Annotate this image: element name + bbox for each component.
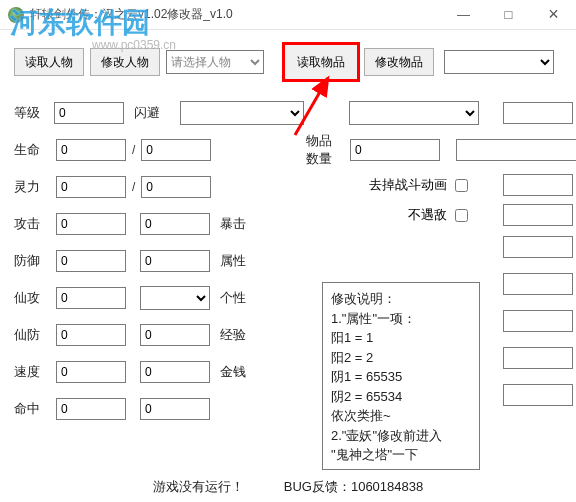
- read-character-button[interactable]: 读取人物: [14, 48, 84, 76]
- close-button[interactable]: ×: [531, 0, 576, 29]
- imdef-label: 仙防: [14, 326, 56, 344]
- r-hp-input[interactable]: [456, 139, 576, 161]
- acc2-input[interactable]: [140, 398, 210, 420]
- atk2-input[interactable]: [140, 213, 210, 235]
- spd2-input[interactable]: [140, 361, 210, 383]
- level-label: 等级: [14, 104, 54, 122]
- title-bar: 轩辕剑外传：汉之云v1.02修改器_v1.0 — □ ×: [0, 0, 576, 30]
- mp-label: 灵力: [14, 178, 56, 196]
- game-status: 游戏没有运行！: [153, 478, 244, 496]
- imatk2-select[interactable]: [140, 286, 210, 310]
- minimize-button[interactable]: —: [441, 0, 486, 29]
- app-icon: [8, 7, 24, 23]
- exp-label: 经验: [220, 326, 262, 344]
- atk-label: 攻击: [14, 215, 56, 233]
- r-imatk-input[interactable]: [503, 273, 573, 295]
- level-input[interactable]: [54, 102, 124, 124]
- mp-cur-input[interactable]: [56, 176, 126, 198]
- r-spd-input[interactable]: [503, 347, 573, 369]
- imatk1-input[interactable]: [56, 287, 126, 309]
- no-encounter-check-label[interactable]: 不遇敌: [408, 206, 471, 225]
- hp-label: 生命: [14, 141, 56, 159]
- read-item-button[interactable]: 读取物品: [284, 44, 358, 80]
- no-encounter-checkbox[interactable]: [455, 209, 468, 222]
- item-qty-label: 物品数量: [306, 132, 340, 168]
- def1-input[interactable]: [56, 250, 126, 272]
- mp-max-input[interactable]: [141, 176, 211, 198]
- r-imdef-input[interactable]: [503, 310, 573, 332]
- item-select[interactable]: [444, 50, 554, 74]
- imatk-label: 仙攻: [14, 289, 56, 307]
- r-def-input[interactable]: [503, 236, 573, 258]
- acc-label: 命中: [14, 400, 56, 418]
- r-atk-input[interactable]: [503, 204, 573, 226]
- crit-label: 暴击: [220, 215, 262, 233]
- r-acc-input[interactable]: [503, 384, 573, 406]
- imdef2-input[interactable]: [140, 324, 210, 346]
- gold-label: 金钱: [220, 363, 262, 381]
- hp-cur-input[interactable]: [56, 139, 126, 161]
- imdef1-input[interactable]: [56, 324, 126, 346]
- slash: /: [132, 180, 135, 194]
- dodge-select[interactable]: [180, 101, 304, 125]
- acc1-input[interactable]: [56, 398, 126, 420]
- modify-item-button[interactable]: 修改物品: [364, 48, 434, 76]
- dodge-select-r[interactable]: [349, 101, 479, 125]
- hp-max-input[interactable]: [141, 139, 211, 161]
- disable-anim-checkbox[interactable]: [455, 179, 468, 192]
- slash: /: [132, 143, 135, 157]
- maximize-button[interactable]: □: [486, 0, 531, 29]
- def-label: 防御: [14, 252, 56, 270]
- item-qty-input[interactable]: [350, 139, 440, 161]
- dodge-label: 闪避: [134, 104, 174, 122]
- r-stam-input[interactable]: [503, 174, 573, 196]
- spd-label: 速度: [14, 363, 56, 381]
- atk1-input[interactable]: [56, 213, 126, 235]
- disable-anim-check-label[interactable]: 去掉战斗动画: [369, 176, 471, 195]
- window-title: 轩辕剑外传：汉之云v1.02修改器_v1.0: [30, 6, 441, 23]
- description-box: 修改说明： 1."属性"一项： 阳1 = 1 阳2 = 2 阴1 = 65535…: [322, 282, 480, 470]
- attr-label: 属性: [220, 252, 262, 270]
- modify-character-button[interactable]: 修改人物: [90, 48, 160, 76]
- bug-report: BUG反馈：1060184838: [284, 478, 423, 496]
- footer: 游戏没有运行！ BUG反馈：1060184838: [0, 478, 576, 496]
- spd1-input[interactable]: [56, 361, 126, 383]
- def2-input[interactable]: [140, 250, 210, 272]
- qty-input[interactable]: [503, 102, 573, 124]
- pers-label: 个性: [220, 289, 262, 307]
- character-select[interactable]: 请选择人物: [166, 50, 264, 74]
